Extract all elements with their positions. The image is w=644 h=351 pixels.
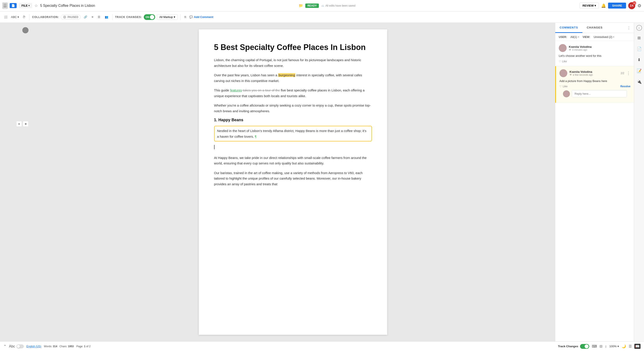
comment-2-resolve-button[interactable]: Resolve (620, 85, 630, 88)
folder-icon[interactable]: 📁 (299, 4, 303, 8)
top-bar: ☰ 📄 FILE ▾ ☆ 5 Specialty Coffee Places i… (0, 0, 644, 12)
bottom-bar: ⌃ Abc English (US) Words: 314 Chars: 195… (0, 341, 644, 351)
dark-mode-icon[interactable]: 🌙 (622, 344, 626, 348)
notification-bell-icon[interactable]: 🔔 (601, 3, 606, 8)
eye-icon: 👁 (569, 49, 571, 51)
copy-button[interactable]: ⎘ (183, 15, 188, 20)
right-icon-blog[interactable]: 📝 (636, 67, 643, 75)
collab-icon-1[interactable]: 🔗 (82, 15, 88, 20)
zoom-select[interactable]: 100% ▾ (610, 345, 619, 348)
document-area: 5 Best Specialty Coffee Places In Lisbon… (31, 23, 555, 341)
tab-comments[interactable]: COMMENTS (555, 23, 582, 33)
info-icon[interactable]: i (636, 25, 642, 31)
collab-icon-3[interactable]: ☰ (96, 15, 102, 20)
separator-3 (180, 14, 180, 20)
review-arrow-icon: ▾ (594, 4, 596, 7)
language-label[interactable]: English (US) (26, 345, 41, 348)
gutter-list-button[interactable]: ≡ (23, 121, 28, 127)
markup-select[interactable]: All Markup ▾ (157, 14, 178, 20)
user-avatar[interactable]: ZA 14 (628, 2, 635, 9)
document-page: 5 Best Specialty Coffee Places In Lisbon… (199, 29, 387, 335)
page-view-button[interactable]: ⬜ (3, 15, 9, 20)
cloud-icon: ☁️ (321, 4, 324, 7)
track-changes-bottom-toggle[interactable] (580, 344, 589, 349)
word-count: Words: 314 Chars: 1953 (44, 345, 74, 348)
filter-view-select[interactable]: Unresolved (2) ▾ (594, 35, 614, 39)
zoom-arrow-icon: ▾ (618, 345, 619, 348)
comment-1-meta: Kseniia Volodina 👁 3 minutes ago (569, 45, 630, 51)
add-comment-button[interactable]: 💬 Add Comment (189, 15, 214, 19)
comment-item-1: Kseniia Volodina 👁 3 minutes ago Let's c… (555, 41, 634, 66)
single-page-icon[interactable]: ☰ (629, 344, 632, 348)
comment-2-user: Kseniia Volodina (570, 70, 618, 74)
right-icon-pdf[interactable]: 📄 (636, 45, 643, 53)
document-heading: 5 Best Specialty Coffee Places In Lisbon (214, 43, 372, 52)
filter-view-value: Unresolved (2) (594, 35, 612, 39)
separator-2 (112, 14, 112, 20)
column-adjust-icon[interactable]: ⊟ (600, 344, 602, 348)
comment-2-meta: Kseniia Volodina 👁 a few seconds ago (570, 70, 618, 76)
file-label: FILE (22, 4, 28, 7)
comment-2-like-button[interactable]: ♡ Like (560, 85, 568, 88)
comment-item-2: Kseniia Volodina 👁 a few seconds ago 2/2… (555, 66, 634, 103)
collab-icon-2[interactable]: ≡ (90, 15, 95, 20)
track-changes-toggle[interactable]: ON (144, 14, 155, 20)
comment-2-actions: ♡ Like Resolve (560, 85, 630, 88)
track-changes-label: TRACK CHANGES: (115, 16, 142, 19)
tab-changes[interactable]: CHANGES (582, 23, 607, 33)
bottom-expand-icon[interactable]: ⌃ (4, 344, 6, 348)
right-icon-layers[interactable]: ⊞ (636, 34, 642, 42)
cursor-line-area[interactable] (214, 145, 372, 151)
comment-1-like-button[interactable]: ♡ Like (559, 60, 567, 63)
comment-1-actions: ♡ Like (559, 60, 630, 63)
markup-arrow-icon: ▾ (174, 15, 175, 19)
right-icon-plugin[interactable]: 🔌 (636, 78, 643, 86)
arrows-icon[interactable]: ↕ (605, 344, 607, 348)
reply-area (560, 88, 630, 100)
filter-view-arrow-icon: ▾ (613, 36, 614, 38)
eye-icon-2: 👁 (570, 74, 572, 76)
comment-2-text: Add a picture from Happy Beans here (560, 79, 630, 83)
separator-1 (29, 14, 30, 20)
comment-2-header: Kseniia Volodina 👁 a few seconds ago 2/2… (560, 69, 630, 77)
spellcheck-bottom-icon[interactable]: Abc (9, 344, 15, 348)
side-panel-more-icon[interactable]: ⋮ (624, 26, 634, 30)
page-num: 1 (84, 345, 86, 348)
comment-2-time: 👁 a few seconds ago (570, 74, 618, 76)
favorite-icon[interactable]: ☆ (34, 3, 38, 8)
format-button[interactable]: ⏱ (21, 15, 27, 20)
reply-input[interactable] (572, 90, 627, 97)
keyboard-icon[interactable]: ⌨ (592, 344, 597, 348)
underlined-text: features (230, 88, 242, 92)
toggle-knob (150, 15, 154, 19)
spellcheck-button[interactable]: ABC ▾ (10, 15, 20, 20)
comment-2-avatar (560, 69, 567, 77)
collaboration-toggle[interactable]: PAUSED (61, 15, 81, 20)
bottom-right: Track Changes ⌨ ⊟ ↕ 100% ▾ 🌙 ☰ 📖 (558, 344, 640, 349)
save-status: ☁️ All edits have been saved (321, 4, 578, 7)
hamburger-menu[interactable]: ☰ (3, 3, 8, 9)
paragraph-2: Over the past few years, Lisbon has seen… (214, 72, 372, 84)
review-button[interactable]: REVIEW ▾ (580, 3, 599, 9)
toggle-on-label: ON (146, 16, 149, 19)
book-view-icon[interactable]: 📖 (634, 344, 640, 349)
char-count-value: 1953 (68, 345, 74, 348)
settings-icon[interactable]: ⚙ (638, 3, 641, 8)
comment-highlighted-section: Nestled in the heart of Lisbon's trendy … (214, 126, 372, 141)
document-title: 5 Specialty Coffee Places in Lisbon (40, 4, 296, 8)
paragraph-6: At Happy Beans, we take pride in our dir… (214, 155, 372, 166)
markup-label: All Markup (159, 15, 173, 19)
share-button[interactable]: SHARE (608, 3, 626, 9)
spell-toggle-track[interactable] (16, 344, 24, 348)
file-menu-button[interactable]: FILE ▾ (19, 3, 32, 8)
reply-avatar (563, 90, 570, 97)
right-icon-download[interactable]: ⬇ (636, 56, 642, 64)
gutter-plus-button[interactable]: + (16, 121, 22, 127)
comment-2-num: 2/2 (620, 72, 624, 75)
filter-user-select[interactable]: All(1) ▾ (570, 35, 579, 39)
collab-icon-4[interactable]: 👥 (104, 15, 110, 20)
add-comment-label: Add Comment (194, 15, 214, 19)
main-layout: + ≡ 5 Best Specialty Coffee Places In Li… (0, 23, 644, 341)
comment-2-menu-icon[interactable]: ⋮ (626, 71, 630, 76)
spellcheck-arrow: ▾ (18, 15, 19, 19)
